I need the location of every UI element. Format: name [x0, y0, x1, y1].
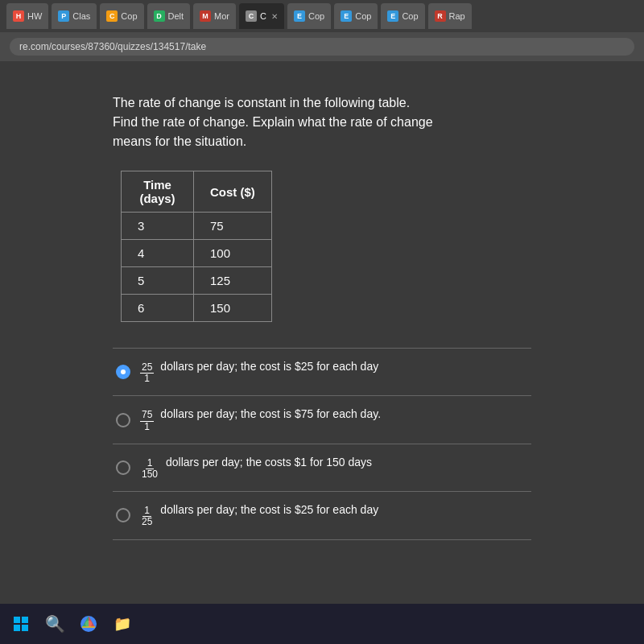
tab-clas[interactable]: P Clas	[52, 3, 97, 29]
folder-taskbar-icon[interactable]: 📁	[108, 609, 137, 638]
question-text: The rate of change is constant in the fo…	[113, 93, 531, 151]
question-line3: means for the situation.	[113, 134, 246, 148]
table-cell-time: 3	[122, 213, 194, 240]
cop2-icon: E	[294, 10, 305, 22]
answer-option-d[interactable]: 1 25 dollars per day; the cost is $25 fo…	[113, 492, 531, 539]
tab-label: Clas	[72, 11, 90, 21]
chrome-taskbar-icon[interactable]	[74, 609, 103, 638]
answer-text-a: 25 1 dollars per day; the cost is $25 fo…	[140, 360, 378, 384]
cop3-icon: E	[341, 10, 352, 22]
tab-hw[interactable]: H HW	[6, 3, 48, 29]
radio-a[interactable]	[116, 365, 130, 379]
fraction-c: 1 150	[140, 458, 159, 480]
url-input[interactable]	[10, 38, 634, 56]
rap-icon: R	[435, 10, 446, 22]
content-area: The rate of change is constant in the fo…	[0, 61, 644, 604]
quiz-container: The rate of change is constant in the fo…	[89, 77, 555, 588]
tab-cop4[interactable]: E Cop	[381, 3, 424, 29]
table-row: 3 75	[122, 213, 272, 240]
tab-label: C	[260, 11, 266, 21]
delt-icon: D	[154, 10, 165, 22]
tab-label: Delt	[168, 11, 184, 21]
taskbar: 🔍 📁	[0, 604, 644, 644]
search-taskbar-icon[interactable]: 🔍	[40, 609, 69, 638]
tab-delt[interactable]: D Delt	[147, 3, 191, 29]
table-cell-time: 4	[122, 240, 194, 267]
fraction-d: 1 25	[140, 506, 154, 527]
data-table: Time(days) Cost ($) 3 75 4 100 5 125	[121, 171, 272, 322]
answer-options: 25 1 dollars per day; the cost is $25 fo…	[113, 348, 531, 540]
answer-option-a[interactable]: 25 1 dollars per day; the cost is $25 fo…	[113, 348, 531, 396]
svg-rect-0	[14, 617, 20, 623]
active-icon: C	[246, 10, 257, 22]
table-header-cost: Cost ($)	[194, 171, 272, 213]
tab-label: Mor	[214, 11, 229, 21]
tab-cop1[interactable]: C Cop	[100, 3, 143, 29]
svg-rect-2	[14, 625, 20, 631]
fraction-a: 25 1	[140, 362, 154, 384]
answer-text-b: 75 1 dollars per day; the cost is $75 fo…	[140, 407, 381, 431]
clas-icon: P	[58, 10, 69, 22]
table-row: 6 150	[122, 295, 272, 322]
answer-option-c[interactable]: 1 150 dollars per day; the costs $1 for …	[113, 444, 531, 492]
tab-cop2[interactable]: E Cop	[287, 3, 331, 29]
answer-option-b[interactable]: 75 1 dollars per day; the cost is $75 fo…	[113, 396, 531, 444]
answer-text-c: 1 150 dollars per day; the costs $1 for …	[140, 456, 372, 480]
table-cell-cost: 75	[194, 213, 272, 240]
svg-rect-3	[22, 625, 28, 631]
tab-mor[interactable]: M Mor	[193, 3, 236, 29]
answer-text-d: 1 25 dollars per day; the cost is $25 fo…	[140, 503, 378, 527]
question-line1: The rate of change is constant in the fo…	[113, 96, 410, 109]
table-header-time: Time(days)	[122, 171, 194, 213]
table-cell-time: 6	[122, 295, 194, 322]
table-row: 4 100	[122, 240, 272, 267]
table-cell-cost: 125	[194, 267, 272, 295]
table-cell-time: 5	[122, 267, 194, 295]
tab-active[interactable]: C C ✕	[239, 3, 284, 29]
mor-icon: M	[200, 10, 211, 22]
tab-label: Cop	[308, 11, 324, 21]
tab-rap[interactable]: R Rap	[428, 3, 472, 29]
tab-label: Cop	[121, 11, 137, 21]
table-cell-cost: 100	[194, 240, 272, 267]
tab-close-icon[interactable]: ✕	[271, 12, 278, 21]
tab-cop3[interactable]: E Cop	[334, 3, 378, 29]
tab-label: Cop	[355, 11, 371, 21]
table-row: 5 125	[122, 267, 272, 295]
tab-label: Rap	[449, 11, 465, 21]
windows-icon[interactable]	[6, 609, 35, 638]
hw-icon: H	[13, 10, 24, 22]
table-cell-cost: 150	[194, 295, 272, 322]
radio-d[interactable]	[116, 508, 130, 522]
cop4-icon: E	[387, 10, 398, 22]
radio-b[interactable]	[116, 413, 130, 427]
radio-c[interactable]	[116, 460, 130, 475]
cop1-icon: C	[106, 10, 118, 22]
question-line2: Find the rate of change. Explain what th…	[113, 115, 433, 129]
tab-label: Cop	[402, 11, 418, 21]
svg-rect-1	[22, 617, 28, 623]
tab-label: HW	[27, 11, 42, 21]
fraction-b: 75 1	[140, 410, 154, 431]
address-bar	[0, 32, 644, 61]
browser-tabs: H HW P Clas C Cop D Delt M Mor C C ✕ E C…	[0, 0, 644, 32]
